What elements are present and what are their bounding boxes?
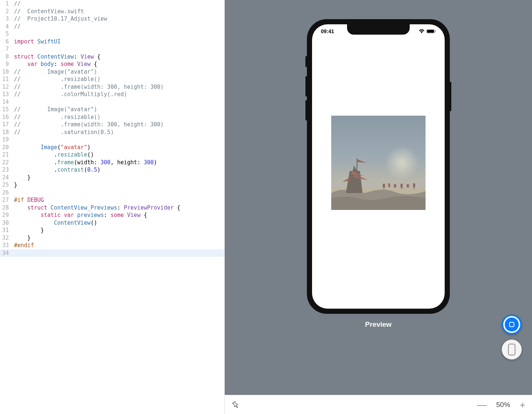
code-line[interactable]: 33#endif xyxy=(0,242,224,249)
code-content[interactable]: ContentView() xyxy=(11,219,97,227)
code-content[interactable]: // .resizable() xyxy=(11,76,101,83)
code-line[interactable]: 10// Image("avatar") xyxy=(0,68,224,76)
code-line[interactable]: 11// .resizable() xyxy=(0,76,224,83)
line-number: 3 xyxy=(0,15,11,23)
line-number: 4 xyxy=(0,23,11,31)
code-line[interactable]: 29 static var previews: some View { xyxy=(0,211,224,219)
code-content[interactable]: struct ContentView_Previews: PreviewProv… xyxy=(11,204,181,212)
line-number: 15 xyxy=(0,106,11,113)
code-line[interactable]: 9 var body: some View { xyxy=(0,60,224,68)
code-content[interactable]: } xyxy=(11,174,31,182)
status-time: 09:41 xyxy=(321,28,334,34)
preview-canvas[interactable]: 09:41 xyxy=(225,0,532,395)
code-line[interactable]: 25} xyxy=(0,181,224,189)
line-number: 12 xyxy=(0,83,11,91)
code-content[interactable]: // xyxy=(11,23,21,31)
code-content[interactable]: // ContentView.swift xyxy=(11,8,84,15)
code-line[interactable]: 27#if DEBUG xyxy=(0,196,224,204)
code-content[interactable] xyxy=(11,136,14,144)
preview-label: Preview xyxy=(365,320,392,329)
code-content[interactable]: static var previews: some View { xyxy=(11,211,147,219)
status-bar: 09:41 xyxy=(312,27,445,35)
code-content[interactable]: } xyxy=(11,181,17,189)
code-line[interactable]: 16// .resizable() xyxy=(0,113,224,121)
code-line[interactable]: 19 xyxy=(0,136,224,144)
code-line[interactable]: 2// ContentView.swift xyxy=(0,8,224,15)
code-line[interactable]: 20 Image("avatar") xyxy=(0,144,224,151)
code-line[interactable]: 13// .colorMultiply(.red) xyxy=(0,91,224,98)
line-number: 24 xyxy=(0,174,11,182)
code-line[interactable]: 7 xyxy=(0,45,224,53)
code-content[interactable]: var body: some View { xyxy=(11,60,97,68)
line-number: 29 xyxy=(0,211,11,219)
device-side-button xyxy=(305,76,307,97)
code-line[interactable]: 14 xyxy=(0,98,224,106)
code-content[interactable] xyxy=(11,189,14,197)
code-line[interactable]: 24 } xyxy=(0,174,224,182)
code-content[interactable]: // .resizable() xyxy=(11,113,101,121)
code-line[interactable]: 5 xyxy=(0,30,224,38)
code-content[interactable]: // .frame(width: 300, height: 300) xyxy=(11,121,164,129)
line-number: 5 xyxy=(0,30,11,38)
code-line[interactable]: 34 xyxy=(0,249,224,257)
code-line[interactable]: 17// .frame(width: 300, height: 300) xyxy=(0,121,224,129)
code-content[interactable]: #endif xyxy=(11,242,34,249)
code-content[interactable]: struct ContentView: View { xyxy=(11,53,101,61)
code-content[interactable]: // xyxy=(11,0,21,8)
line-number: 22 xyxy=(0,159,11,166)
code-line[interactable]: 22 .frame(width: 300, height: 300) xyxy=(0,159,224,166)
preview-image xyxy=(331,116,426,210)
code-content[interactable]: // .saturation(0.5) xyxy=(11,129,114,136)
code-line[interactable]: 15// Image("avatar") xyxy=(0,106,224,113)
code-line[interactable]: 26 xyxy=(0,189,224,197)
code-content[interactable]: // .colorMultiply(.red) xyxy=(11,91,127,98)
code-content[interactable] xyxy=(11,249,14,257)
code-line[interactable]: 18// .saturation(0.5) xyxy=(0,129,224,136)
line-number: 10 xyxy=(0,68,11,76)
zoom-controls: — 50% + xyxy=(477,400,525,410)
line-number: 33 xyxy=(0,242,11,249)
line-number: 6 xyxy=(0,38,11,46)
zoom-level: 50% xyxy=(496,401,510,409)
code-line[interactable]: 1// xyxy=(0,0,224,8)
code-content[interactable]: .resizable() xyxy=(11,151,94,159)
code-line[interactable]: 30 ContentView() xyxy=(0,219,224,227)
code-content[interactable]: #if DEBUG xyxy=(11,196,44,204)
line-number: 18 xyxy=(0,129,11,136)
code-line[interactable]: 32 } xyxy=(0,234,224,242)
live-preview-button[interactable] xyxy=(502,315,522,334)
code-content[interactable]: } xyxy=(11,227,44,234)
code-content[interactable]: import SwiftUI xyxy=(11,38,60,46)
code-line[interactable]: 8struct ContentView: View { xyxy=(0,53,224,61)
device-screen: 09:41 xyxy=(312,24,445,309)
code-line[interactable]: 12// .frame(width: 300, height: 300) xyxy=(0,83,224,91)
code-content[interactable] xyxy=(11,45,14,53)
line-number: 23 xyxy=(0,166,11,174)
code-content[interactable]: } xyxy=(11,234,31,242)
code-content[interactable] xyxy=(11,98,14,106)
code-content[interactable]: // Image("avatar") xyxy=(11,68,97,76)
preview-on-device-button[interactable] xyxy=(502,340,522,359)
zoom-in-button[interactable]: + xyxy=(520,400,525,410)
code-content[interactable] xyxy=(11,30,14,38)
code-content[interactable]: // .frame(width: 300, height: 300) xyxy=(11,83,164,91)
code-line[interactable]: 21 .resizable() xyxy=(0,151,224,159)
code-content[interactable]: // Image("avatar") xyxy=(11,106,97,113)
code-content[interactable]: .contrast(0.5) xyxy=(11,166,101,174)
code-editor[interactable]: 1//2// ContentView.swift3// Project10.17… xyxy=(0,0,225,414)
line-number: 20 xyxy=(0,144,11,151)
code-content[interactable]: Image("avatar") xyxy=(11,144,91,151)
pin-icon[interactable] xyxy=(231,401,239,409)
code-content[interactable]: .frame(width: 300, height: 300) xyxy=(11,159,157,166)
wifi-icon xyxy=(419,29,425,34)
line-number: 25 xyxy=(0,181,11,189)
code-line[interactable]: 23 .contrast(0.5) xyxy=(0,166,224,174)
code-line[interactable]: 3// Project10.17_Adjust_view xyxy=(0,15,224,23)
zoom-out-button[interactable]: — xyxy=(477,400,487,410)
code-content[interactable]: // Project10.17_Adjust_view xyxy=(11,15,107,23)
code-line[interactable]: 4// xyxy=(0,23,224,31)
code-line[interactable]: 31 } xyxy=(0,227,224,234)
preview-pane: 09:41 xyxy=(225,0,532,414)
code-line[interactable]: 28 struct ContentView_Previews: PreviewP… xyxy=(0,204,224,212)
code-line[interactable]: 6import SwiftUI xyxy=(0,38,224,46)
